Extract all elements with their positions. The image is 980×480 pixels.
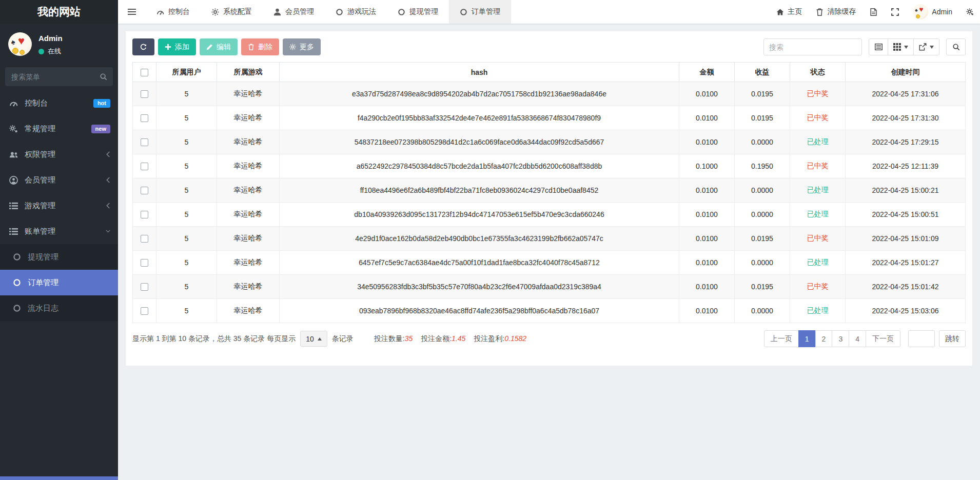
tab-控制台[interactable]: 控制台 [146, 0, 201, 24]
cell-game: 幸运哈希 [217, 227, 280, 251]
row-checkbox[interactable] [141, 114, 148, 122]
table-search-input[interactable] [763, 38, 862, 55]
edit-button[interactable]: 编辑 [200, 38, 238, 55]
clear-cache-button[interactable]: 清除缓存 [816, 0, 856, 24]
sidebar-item-会员管理[interactable]: 会员管理 [0, 167, 118, 193]
chevron-down-icon [904, 46, 908, 49]
table-row[interactable]: 5幸运哈希ff108ea4496e6f2a6b489fbf4bf22ba71fc… [133, 178, 966, 203]
delete-button[interactable]: 删除 [241, 38, 279, 55]
cell-created: 2022-04-25 15:00:21 [846, 178, 966, 203]
submenu-item-提现管理[interactable]: 提现管理 [0, 244, 118, 270]
row-checkbox[interactable] [141, 235, 148, 243]
cell-profit: 0.0000 [735, 203, 790, 227]
heart-suit-icon: ♥ [18, 34, 25, 48]
row-checkbox[interactable] [141, 163, 148, 170]
page-button-3[interactable]: 3 [832, 330, 849, 347]
detail-view-button[interactable] [869, 38, 888, 55]
row-checkbox[interactable] [141, 283, 148, 291]
export-dropdown-button[interactable] [913, 38, 939, 55]
sidebar-menu: 控制台hot常规管理new权限管理会员管理游戏管理账单管理提现管理订单管理流水日… [0, 90, 118, 321]
select-all-checkbox[interactable] [141, 69, 148, 76]
avatar[interactable]: ♥ ♠ [8, 32, 32, 56]
coin-icon [12, 48, 18, 54]
table-row[interactable]: 5幸运哈希34e50956283fdb3c3bf5b35c57e70f80a4b… [133, 275, 966, 299]
cell-amount: 0.0100 [679, 275, 735, 299]
row-checkbox[interactable] [141, 187, 148, 194]
cell-created: 2022-04-25 15:01:09 [846, 227, 966, 251]
cell-hash: f4a290cb2e0f195bb83af332542de4e7e462e891… [280, 106, 679, 130]
submenu-item-流水日志[interactable]: 流水日志 [0, 295, 118, 321]
language-file-button[interactable] [870, 0, 877, 24]
circle-icon [13, 278, 21, 287]
cell-hash: 093eab7896bf968b8320ae46ac8ffd74afe236f5… [280, 299, 679, 323]
fullscreen-button[interactable] [891, 0, 899, 24]
columns-dropdown-button[interactable] [888, 38, 914, 55]
export-icon [919, 43, 927, 51]
more-button[interactable]: 更多 [283, 38, 321, 55]
cell-status: 已中奖 [790, 275, 846, 299]
table-row[interactable]: 5幸运哈希db10a40939263d095c131723f12b94dc471… [133, 203, 966, 227]
topbar-right: 主页 清除缓存 ♥ ♠ [776, 0, 980, 24]
select-all-cell [133, 63, 156, 82]
tab-系统配置[interactable]: 系统配置 [201, 0, 263, 24]
cell-hash: e3a37d75d287498ea8c9d8954202ab4b7d2ac705… [280, 82, 679, 106]
sidebar-toggle-button[interactable] [118, 0, 146, 24]
table-row[interactable]: 5幸运哈希6457ef7c5e9c7ac6384ae4dc75a00f10f1d… [133, 251, 966, 275]
sidebar-item-账单管理[interactable]: 账单管理 [0, 218, 118, 244]
expand-icon [891, 8, 899, 16]
page-button-2[interactable]: 2 [815, 330, 833, 347]
cell-status: 已中奖 [790, 227, 846, 251]
records-summary-before: 显示第 1 到第 10 条记录，总共 35 条记录 每页显示 [132, 334, 296, 344]
table-view-button-group [869, 38, 939, 55]
search-toggle-button[interactable] [946, 38, 966, 55]
row-checkbox[interactable] [141, 307, 148, 315]
table-row[interactable]: 5幸运哈希f4a290cb2e0f195bb83af332542de4e7e46… [133, 106, 966, 130]
cell-hash: 4e29d1f0ace162b0da58d2eb490db0bc1e67355f… [280, 227, 679, 251]
table-row[interactable]: 5幸运哈希4e29d1f0ace162b0da58d2eb490db0bc1e6… [133, 227, 966, 251]
page-size-select[interactable]: 10 [300, 331, 327, 347]
row-checkbox[interactable] [141, 138, 148, 146]
sidebar-item-游戏管理[interactable]: 游戏管理 [0, 193, 118, 218]
online-dot-icon [38, 49, 44, 54]
sidebar-item-权限管理[interactable]: 权限管理 [0, 142, 118, 167]
prev-page-button[interactable]: 上一页 [764, 330, 799, 347]
caret-up-icon [318, 337, 322, 341]
status-badge: 已中奖 [807, 282, 829, 290]
menu-search-input[interactable] [5, 67, 113, 86]
sidebar-item-控制台[interactable]: 控制台hot [0, 90, 118, 116]
next-page-button[interactable]: 下一页 [866, 330, 900, 347]
cell-status: 已处理 [790, 178, 846, 203]
jump-button[interactable]: 跳转 [939, 330, 966, 347]
row-checkbox[interactable] [141, 90, 148, 98]
cell-game: 幸运哈希 [217, 275, 280, 299]
settings-button[interactable] [966, 0, 974, 24]
row-checkbox[interactable] [141, 211, 148, 218]
tab-提现管理[interactable]: 提现管理 [387, 0, 449, 24]
cell-profit: 0.0195 [735, 275, 790, 299]
tab-游戏玩法[interactable]: 游戏玩法 [325, 0, 387, 24]
page-button-1[interactable]: 1 [798, 330, 816, 347]
cell-user: 5 [156, 154, 217, 178]
table-row[interactable]: 5幸运哈希a6522492c2978450384d8c57bcde2da1b5f… [133, 154, 966, 178]
tab-订单管理[interactable]: 订单管理 [449, 0, 511, 24]
table-row[interactable]: 5幸运哈希093eab7896bf968b8320ae46ac8ffd74afe… [133, 299, 966, 323]
page-button-4[interactable]: 4 [849, 330, 866, 347]
home-link[interactable]: 主页 [776, 0, 802, 24]
toolbar: 添加编辑删除更多 [132, 38, 966, 55]
submenu-item-订单管理[interactable]: 订单管理 [0, 270, 118, 295]
cell-hash: 54837218ee072398b805298d41d2c1a6c069face… [280, 130, 679, 154]
circle-icon [13, 304, 21, 312]
sidebar-item-常规管理[interactable]: 常规管理new [0, 116, 118, 142]
table-row[interactable]: 5幸运哈希54837218ee072398b805298d41d2c1a6c06… [133, 130, 966, 154]
jump-page-input[interactable] [908, 330, 935, 347]
table-row[interactable]: 5幸运哈希e3a37d75d287498ea8c9d8954202ab4b7d2… [133, 82, 966, 106]
cell-hash: 6457ef7c5e9c7ac6384ae4dc75a00f10f1dad1fa… [280, 251, 679, 275]
row-checkbox[interactable] [141, 259, 148, 267]
hamburger-icon [128, 8, 136, 15]
tab-会员管理[interactable]: 会员管理 [263, 0, 325, 24]
plus-icon [165, 44, 171, 50]
admin-menu[interactable]: ♥ ♠ Admin [913, 0, 952, 24]
add-button[interactable]: 添加 [158, 38, 196, 55]
refresh-button[interactable] [132, 38, 154, 55]
cell-status: 已中奖 [790, 82, 846, 106]
